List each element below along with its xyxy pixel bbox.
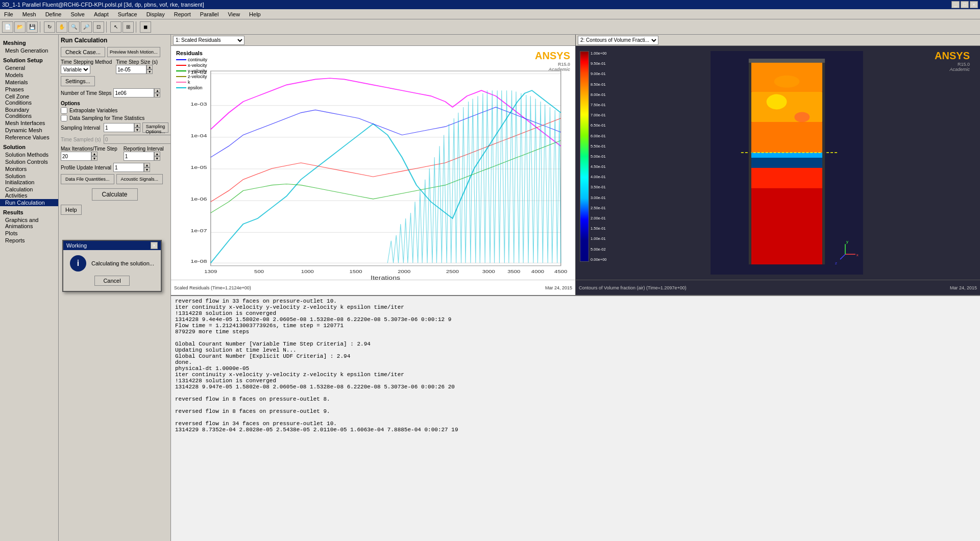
sidebar-item-solution-init[interactable]: Solution Initialization [0, 173, 58, 186]
preview-mesh-button[interactable]: Preview Mesh Motion... [107, 47, 160, 57]
sidebar-item-mesh-interfaces[interactable]: Mesh Interfaces [0, 119, 58, 127]
profile-update-down[interactable]: ▼ [144, 167, 150, 172]
menu-report[interactable]: Report [172, 11, 193, 18]
minimize-button[interactable]: _ [951, 1, 960, 8]
time-stepping-select[interactable]: Variable Fixed [61, 65, 90, 74]
sidebar-item-graphics[interactable]: Graphics and Animations [0, 216, 58, 230]
data-sampling-checkbox[interactable] [61, 115, 67, 121]
maximize-button[interactable]: □ [961, 1, 969, 8]
sidebar-item-calc-activities[interactable]: Calculation Activities [0, 186, 58, 199]
time-step-spinner: 1e-05 ▲ ▼ [116, 65, 158, 74]
dialog-cancel-button[interactable]: Cancel [94, 276, 129, 286]
sidebar-item-plots[interactable]: Plots [0, 230, 58, 237]
vis-1-dropdown[interactable]: 1: Scaled Residuals [173, 36, 244, 45]
vis-1-footer: Scaled Residuals (Time=1.2124e+00) Mar 2… [171, 280, 575, 295]
max-iter-down[interactable]: ▼ [91, 156, 97, 161]
toolbar-rotate[interactable]: ↻ [44, 21, 55, 33]
menu-adapt[interactable]: Adapt [92, 11, 111, 18]
console-line-blank1 [175, 335, 976, 341]
right-area: 1: Scaled Residuals ANSYS R15.0 Academic… [171, 35, 980, 541]
max-iter-up[interactable]: ▲ [91, 152, 97, 156]
svg-text:y: y [846, 239, 848, 244]
toolbar-select[interactable]: ↖ [110, 21, 121, 33]
console-area[interactable]: reversed flow in 33 faces on pressure-ou… [171, 295, 980, 541]
toolbar-render[interactable]: ◼ [140, 21, 151, 33]
toolbar-new[interactable]: 📄 [2, 21, 13, 33]
toolbar-zoom-out[interactable]: 🔎 [81, 21, 92, 33]
sidebar-item-reports[interactable]: Reports [0, 237, 58, 244]
sampling-interval-up[interactable]: ▲ [134, 123, 140, 128]
console-line-1: reversed flow in 33 faces on pressure-ou… [175, 298, 976, 304]
toolbar-open[interactable]: 📂 [14, 21, 26, 33]
console-line-18: 1314229 8.7352e-04 2.8028e-05 2.5438e-05… [175, 427, 976, 433]
menu-solve[interactable]: Solve [68, 11, 87, 18]
sidebar-item-general[interactable]: General [0, 64, 58, 71]
settings-button[interactable]: Settings... [61, 76, 95, 86]
svg-point-41 [794, 112, 810, 122]
num-steps-up[interactable]: ▲ [154, 88, 160, 93]
num-steps-input[interactable]: 1e06 [113, 88, 154, 97]
sidebar-item-run-calculation[interactable]: Run Calculation [0, 199, 58, 206]
toolbar-zoom-in[interactable]: 🔍 [68, 21, 80, 33]
menu-define[interactable]: Define [43, 11, 64, 18]
sidebar-item-phases[interactable]: Phases [0, 86, 58, 93]
time-stepping-label: Time Stepping Method [61, 59, 112, 65]
num-steps-down[interactable]: ▼ [154, 93, 160, 97]
help-button[interactable]: Help [61, 205, 82, 215]
sidebar-item-cell-zone[interactable]: Cell Zone Conditions [0, 93, 58, 106]
console-line-17: reversed flow in 34 faces on pressure-ou… [175, 421, 976, 427]
check-case-button[interactable]: Check Case... [61, 47, 105, 57]
menu-file[interactable]: File [2, 11, 15, 18]
menu-help[interactable]: Help [247, 11, 263, 18]
sidebar-item-reference-values[interactable]: Reference Values [0, 134, 58, 141]
sampling-options-button[interactable]: Sampling Options... [142, 122, 168, 133]
vis-2-dropdown[interactable]: 2: Contours of Volume Fracti... [578, 36, 658, 45]
console-line-7: Global Courant Number [Variable Time Ste… [175, 341, 976, 347]
reporting-interval-input[interactable]: 1 [124, 152, 154, 161]
sidebar-item-models[interactable]: Models [0, 71, 58, 79]
menu-surface[interactable]: Surface [116, 11, 139, 18]
reporting-interval-down[interactable]: ▼ [154, 156, 160, 161]
toolbar-save[interactable]: 💾 [27, 21, 38, 33]
menu-display[interactable]: Display [144, 11, 167, 18]
time-step-down[interactable]: ▼ [146, 69, 153, 74]
settings-row: Settings... [61, 76, 168, 86]
acoustic-signals-button[interactable]: Acoustic Signals... [116, 174, 163, 184]
sidebar-item-monitors[interactable]: Monitors [0, 165, 58, 173]
profile-update-up[interactable]: ▲ [144, 163, 150, 167]
dialog-close-button[interactable]: × [151, 242, 158, 249]
svg-rect-35 [751, 168, 822, 188]
contour-svg: x y z [614, 51, 960, 275]
sidebar-section-solution-setup: Solution Setup [0, 56, 58, 64]
time-step-input[interactable]: 1e-05 [116, 65, 146, 74]
toolbar-mesh[interactable]: ⊞ [122, 21, 134, 33]
svg-text:Iterations: Iterations [371, 275, 400, 280]
reporting-interval-label: Reporting Interval [124, 146, 164, 152]
sidebar-item-mesh-generation[interactable]: Mesh Generation [0, 47, 58, 54]
residuals-chart: 1e-02 1e-03 1e-04 1e-05 1e-06 1e-07 1e-0… [171, 46, 575, 280]
sampling-interval-input[interactable]: 1 [104, 123, 134, 132]
svg-text:1e-08: 1e-08 [190, 259, 207, 264]
menu-view[interactable]: View [226, 11, 242, 18]
console-line-15: reversed flow in 8 faces on pressure-out… [175, 396, 976, 402]
toolbar-fit[interactable]: ⊡ [93, 21, 104, 33]
toolbar-pan[interactable]: ✋ [56, 21, 67, 33]
max-iter-btns: ▲ ▼ [91, 152, 97, 161]
sidebar-item-materials[interactable]: Materials [0, 79, 58, 86]
max-iter-input[interactable]: 20 [61, 152, 91, 161]
title-bar-text: 3D_1-1 Parallel Fluent@RCH6-CFD-KPI.pols… [2, 2, 204, 8]
close-button[interactable]: × [970, 1, 978, 8]
time-step-up[interactable]: ▲ [146, 65, 153, 69]
menu-mesh[interactable]: Mesh [20, 11, 38, 18]
sidebar-item-solution-methods[interactable]: Solution Methods [0, 151, 58, 158]
menu-parallel[interactable]: Parallel [198, 11, 221, 18]
reporting-interval-up[interactable]: ▲ [154, 152, 160, 156]
sidebar-item-dynamic-mesh[interactable]: Dynamic Mesh [0, 127, 58, 134]
sidebar-item-solution-controls[interactable]: Solution Controls [0, 158, 58, 165]
profile-update-input[interactable]: 1 [113, 163, 144, 172]
data-file-button[interactable]: Data File Quantities... [61, 174, 114, 184]
calculate-button[interactable]: Calculate [92, 188, 138, 201]
sampling-interval-down[interactable]: ▼ [134, 128, 140, 132]
extrapolate-checkbox[interactable] [61, 107, 67, 114]
sidebar-item-boundary[interactable]: Boundary Conditions [0, 106, 58, 119]
